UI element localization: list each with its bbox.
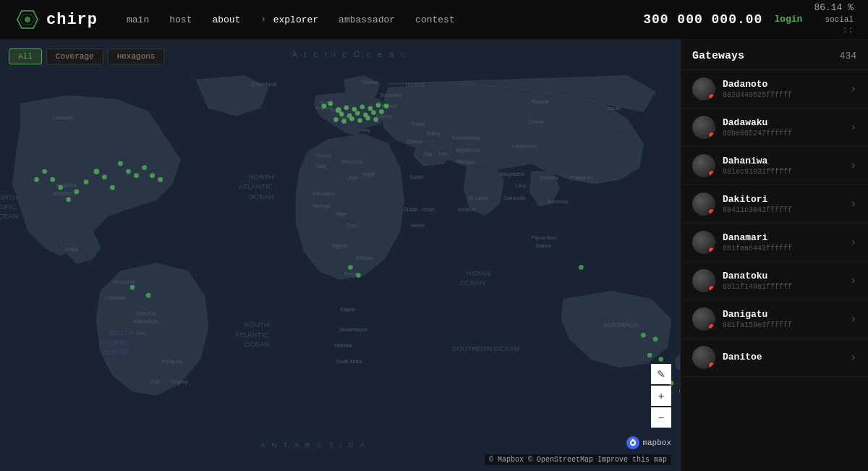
gateway-id: 881faa6443ffffff [723, 245, 851, 253]
gateway-name: Danitoe [723, 352, 851, 362]
nav-host[interactable]: host [169, 14, 192, 25]
svg-point-122 [158, 177, 163, 182]
svg-text:Italy: Italy [316, 163, 326, 169]
svg-point-119 [134, 173, 139, 178]
svg-point-133 [647, 353, 652, 358]
svg-text:Paraguay: Paraguay [162, 359, 183, 365]
svg-point-126 [146, 293, 151, 298]
svg-text:Tunisia: Tunisia [316, 153, 331, 158]
gateway-id: 881fa159e3ffffff [723, 321, 851, 329]
svg-point-139 [632, 439, 634, 441]
svg-text:Egypt: Egypt [363, 171, 375, 177]
gateway-item[interactable]: Danitoe › [681, 339, 868, 377]
zoom-in-btn[interactable]: + [651, 386, 671, 406]
svg-point-120 [142, 165, 147, 170]
svg-point-123 [42, 169, 47, 174]
draw-tool-btn[interactable]: ✎ [651, 364, 671, 384]
svg-text:Greece: Greece [407, 139, 423, 144]
gateway-avatar [692, 192, 715, 216]
svg-text:Italy: Italy [362, 127, 371, 133]
nav-login[interactable]: login [774, 14, 802, 25]
svg-text:Venezuela: Venezuela [112, 279, 135, 284]
gateway-item[interactable]: Danatoku 8811f149a1ffffff › [681, 262, 868, 300]
gateway-avatar [692, 154, 715, 177]
svg-point-97 [355, 111, 360, 116]
logo[interactable]: chirp [14, 7, 98, 33]
percent-display: 86.14 % social :: [814, 2, 854, 37]
svg-text:Mauritania: Mauritania [312, 191, 335, 196]
svg-text:Japan: Japan [608, 106, 621, 111]
svg-text:SOUTHERN OCEAN: SOUTHERN OCEAN [452, 344, 520, 352]
nav-explorer[interactable]: explorer [273, 14, 318, 25]
svg-point-112 [102, 175, 107, 180]
gateway-avatar [692, 231, 715, 254]
svg-text:Angola: Angola [340, 307, 355, 313]
svg-point-130 [641, 333, 646, 338]
gateway-name: Danamari [723, 232, 851, 243]
svg-text:Kazakhstan: Kazakhstan [511, 143, 537, 148]
header-right: 300 000 000.00 login 86.14 % social :: [643, 2, 854, 37]
svg-text:NORTH: NORTH [0, 193, 18, 201]
svg-text:Malaysia: Malaysia [540, 175, 558, 181]
gateway-name: Dadawaku [723, 117, 851, 128]
map-section: All Coverage Hexagons [0, 40, 680, 471]
nav-ambassador[interactable]: ambassador [339, 14, 395, 25]
svg-text:Iceland: Iceland [407, 81, 425, 88]
gateway-item[interactable]: Danamari 881faa6443ffffff › [681, 224, 868, 262]
gateway-item[interactable]: Danigatu 881fa159e3ffffff › [681, 300, 868, 339]
gateway-avatar [692, 77, 715, 101]
svg-point-101 [333, 117, 339, 122]
nav-contest[interactable]: contest [415, 14, 455, 25]
map-btn-coverage[interactable]: Coverage [46, 48, 103, 64]
svg-point-108 [328, 101, 333, 106]
svg-text:PACIFIC: PACIFIC [0, 203, 17, 211]
svg-text:Laos: Laos [516, 183, 527, 188]
svg-point-93 [376, 103, 381, 108]
svg-point-91 [360, 104, 365, 109]
nav-about[interactable]: about [212, 14, 240, 25]
gateway-arrow-icon: › [851, 313, 856, 325]
gateway-name: Dadanoto [723, 79, 851, 90]
svg-point-100 [379, 109, 384, 114]
svg-text:Cambodia: Cambodia [503, 195, 525, 200]
svg-text:SOUTH: SOUTH [109, 328, 134, 336]
svg-text:Senegal: Senegal [312, 203, 331, 209]
gateway-avatar [692, 116, 715, 139]
svg-text:South Africa: South Africa [336, 359, 362, 364]
svg-text:Oman: Oman [422, 207, 435, 212]
svg-text:Iraq: Iraq [424, 151, 433, 157]
map-attribution[interactable]: © Mapbox © OpenStreetMap Improve this ma… [485, 454, 671, 465]
svg-point-104 [357, 118, 362, 123]
svg-text:Guinea: Guinea [535, 243, 551, 248]
svg-text:Greenland: Greenland [250, 81, 276, 88]
nav-main[interactable]: main [127, 14, 149, 25]
gateway-item[interactable]: Dadawaku 88be085247ffffff › [681, 109, 868, 147]
map-btn-all[interactable]: All [9, 48, 42, 64]
svg-text:Pakistan: Pakistan [456, 159, 475, 164]
svg-point-124 [34, 177, 39, 182]
svg-point-125 [130, 285, 135, 290]
gateway-item[interactable]: Dadanoto 882d440525ffffff › [681, 70, 868, 109]
sidebar-header: Gateways 434 [681, 40, 868, 70]
map-btn-hexagons[interactable]: Hexagons [108, 48, 165, 64]
token-counter: 300 000 000.00 [643, 12, 762, 27]
svg-text:Niger: Niger [336, 211, 348, 217]
svg-text:PACIFIC: PACIFIC [99, 339, 127, 347]
svg-text:Ethiopia: Ethiopia [356, 255, 373, 261]
gateway-info: Dadawaku 88be085247ffffff [723, 117, 851, 137]
svg-text:Russia: Russia [532, 98, 549, 105]
zoom-out-btn[interactable]: − [651, 407, 671, 428]
gateway-avatar [692, 307, 715, 331]
svg-point-114 [110, 185, 115, 190]
svg-text:Chile: Chile [150, 379, 161, 384]
svg-text:Finland: Finland [362, 80, 378, 85]
map-toolbar: ✎ + − [651, 364, 671, 428]
gateway-item[interactable]: Dahaniwa 881ec91031ffffff › [681, 147, 868, 185]
svg-text:OCEAN: OCEAN [0, 212, 18, 220]
gateway-item[interactable]: Dakitori 88411c3041ffffff › [681, 185, 868, 224]
gateway-arrow-icon: › [851, 160, 856, 171]
svg-text:NORTH: NORTH [248, 173, 273, 181]
svg-text:Namibia: Namibia [334, 343, 352, 348]
gateway-info: Dakitori 88411c3041ffffff [723, 194, 851, 214]
logo-icon [14, 7, 41, 33]
